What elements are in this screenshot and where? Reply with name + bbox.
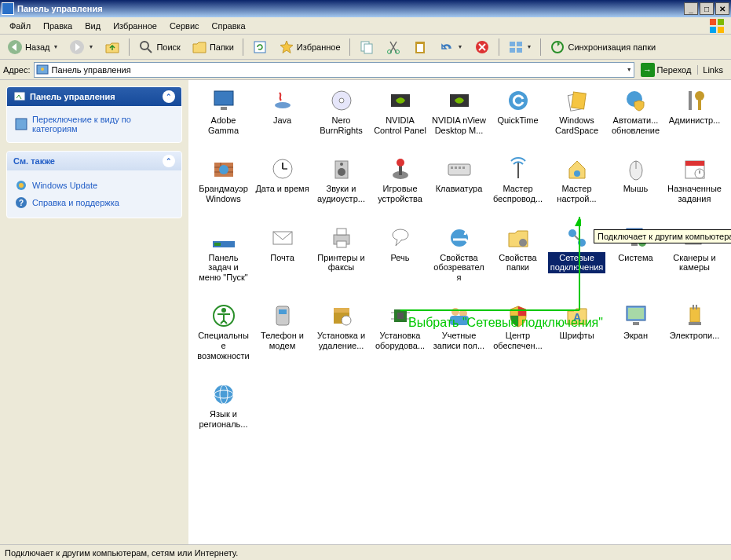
sync-button[interactable]: Синхронизация папки — [546, 37, 660, 57]
menu-tools[interactable]: Сервис — [163, 20, 206, 32]
copy-button[interactable] — [355, 37, 378, 57]
cp-item-nero[interactable]: Nero BurnRights — [313, 88, 370, 136]
up-button[interactable] — [101, 37, 124, 57]
cp-item-accessibility[interactable]: Специальные возможности — [195, 303, 252, 361]
cp-item-label: Adobe Gamma — [195, 115, 252, 136]
cp-item-scheduled[interactable]: Назначенные задания — [666, 156, 723, 204]
svg-rect-64 — [462, 167, 465, 169]
cut-button[interactable] — [382, 37, 405, 57]
help-support-link[interactable]: ? Справка и поддержка — [15, 194, 174, 211]
views-button[interactable]: ▼ — [504, 37, 536, 57]
cp-item-java[interactable]: Java — [254, 88, 311, 136]
svg-rect-62 — [455, 167, 457, 169]
svg-point-104 — [451, 308, 459, 316]
svg-rect-42 — [689, 91, 692, 110]
cp-item-mouse[interactable]: Мышь — [607, 156, 664, 204]
back-icon — [7, 39, 23, 55]
undo-button[interactable]: ▼ — [435, 37, 467, 57]
menu-file[interactable]: Файл — [3, 20, 37, 32]
cp-item-nvidia-nview[interactable]: NVIDIA nView Desktop M... — [430, 88, 488, 136]
delete-button[interactable] — [470, 37, 494, 57]
chevron-down-icon: ▼ — [53, 44, 59, 49]
switch-view-icon — [15, 118, 27, 130]
svg-rect-96 — [334, 308, 349, 313]
cp-item-datetime[interactable]: Дата и время — [254, 156, 311, 204]
close-button[interactable]: ✕ — [715, 2, 729, 15]
minimize-button[interactable]: _ — [684, 2, 698, 15]
address-value: Панель управления — [52, 65, 131, 75]
refresh-button[interactable] — [248, 37, 272, 57]
cp-item-label: Телефон и модем — [254, 330, 311, 351]
favorites-button[interactable]: Избранное — [275, 37, 345, 57]
sync-icon — [550, 39, 565, 55]
svg-point-38 — [509, 91, 528, 110]
collapse-icon: ⌃ — [163, 155, 175, 167]
cp-item-label: Мышь — [622, 183, 650, 195]
folder-up-icon — [104, 39, 120, 55]
menu-favorites[interactable]: Избранное — [107, 20, 163, 32]
cp-item-wireless[interactable]: Мастер беспровод... — [489, 156, 546, 204]
cp-item-phone[interactable]: Телефон и модем — [254, 303, 311, 361]
cp-item-folder-opts[interactable]: Свойства папки — [489, 225, 546, 284]
chevron-down-icon[interactable]: ▼ — [627, 67, 632, 72]
cp-item-users[interactable]: Учетные записи пол... — [430, 303, 488, 361]
menu-edit[interactable]: Правка — [37, 20, 79, 32]
chevron-down-icon: ▼ — [527, 44, 532, 49]
svg-rect-99 — [397, 313, 404, 319]
links-toolbar[interactable]: Links — [697, 65, 728, 75]
panel-seealso-header[interactable]: См. также ⌃ — [7, 152, 181, 170]
cp-item-inet-options[interactable]: Свойства обозревателя — [430, 225, 488, 284]
back-button[interactable]: Назад ▼ — [3, 37, 62, 57]
cp-item-firewall[interactable]: Брандмауэр Windows — [195, 156, 252, 204]
titlebar: Панель управления _ □ ✕ — [0, 0, 731, 17]
cp-item-power[interactable]: Электропи... — [666, 303, 723, 361]
cp-item-sounds[interactable]: Звуки и аудиоустр... — [313, 156, 370, 204]
menu-view[interactable]: Вид — [79, 20, 107, 32]
cp-item-games[interactable]: Игровые устройства — [371, 156, 429, 204]
windows-update-link[interactable]: Windows Update — [15, 177, 174, 194]
go-button[interactable]: → Переход — [638, 61, 695, 79]
svg-rect-31 — [214, 91, 233, 105]
svg-rect-19 — [517, 42, 522, 46]
cp-item-display[interactable]: Экран — [607, 303, 664, 361]
menu-help[interactable]: Справка — [206, 20, 252, 32]
cp-item-speech[interactable]: Речь — [371, 225, 429, 284]
cp-item-quicktime[interactable]: QuickTime — [489, 88, 546, 136]
display-icon — [623, 303, 649, 328]
cp-item-taskbar[interactable]: Панель задач и меню "Пуск" — [195, 225, 252, 284]
cp-item-mail[interactable]: Почта — [254, 225, 311, 284]
cp-item-printers[interactable]: Принтеры и факсы — [313, 225, 370, 284]
status-text: Подключает к другим компьютерам, сетям и… — [5, 548, 238, 558]
panel-control-header[interactable]: Панель управления ⌃ — [7, 87, 181, 106]
cp-item-hardware[interactable]: Установка оборудова... — [371, 303, 429, 361]
cp-item-nvidia-cp[interactable]: NVIDIA Control Panel — [371, 88, 429, 136]
forward-button[interactable]: ▼ — [65, 37, 97, 57]
cp-item-network-wiz[interactable]: Мастер настрой... — [548, 156, 605, 204]
cp-item-cardspace[interactable]: Windows CardSpace — [548, 88, 605, 136]
svg-rect-21 — [517, 48, 522, 53]
delete-icon — [474, 39, 490, 55]
cp-item-keyboard[interactable]: Клавиатура — [430, 156, 488, 204]
cp-item-label: Дата и время — [254, 183, 310, 195]
cp-item-label: Шрифты — [557, 330, 595, 342]
cp-item-fonts[interactable]: AШрифты — [548, 303, 605, 361]
cp-item-admin[interactable]: Администр... — [666, 88, 723, 136]
cp-item-regional[interactable]: Язык и региональ... — [195, 382, 252, 430]
svg-line-84 — [575, 236, 579, 240]
cp-item-auto-update[interactable]: Автомати... обновление — [607, 88, 664, 136]
svg-point-6 — [141, 42, 148, 49]
svg-rect-78 — [337, 241, 346, 247]
maximize-button[interactable]: □ — [700, 2, 714, 15]
cp-item-label: Электропи... — [668, 330, 722, 342]
paste-button[interactable] — [408, 37, 432, 57]
cp-item-security[interactable]: Центр обеспечен... — [489, 303, 546, 361]
cp-item-adobe-gamma[interactable]: Adobe Gamma — [195, 88, 252, 136]
separator — [540, 38, 541, 56]
address-field[interactable]: Панель управления ▼ — [34, 62, 634, 78]
search-button[interactable]: Поиск — [134, 37, 184, 57]
cp-item-label: Nero BurnRights — [313, 115, 370, 136]
datetime-icon — [270, 156, 295, 181]
folders-button[interactable]: Папки — [188, 37, 238, 57]
cp-item-add-remove[interactable]: Установка и удаление... — [313, 303, 370, 361]
switch-category-view-link[interactable]: Переключение к виду по категориям — [15, 112, 174, 136]
